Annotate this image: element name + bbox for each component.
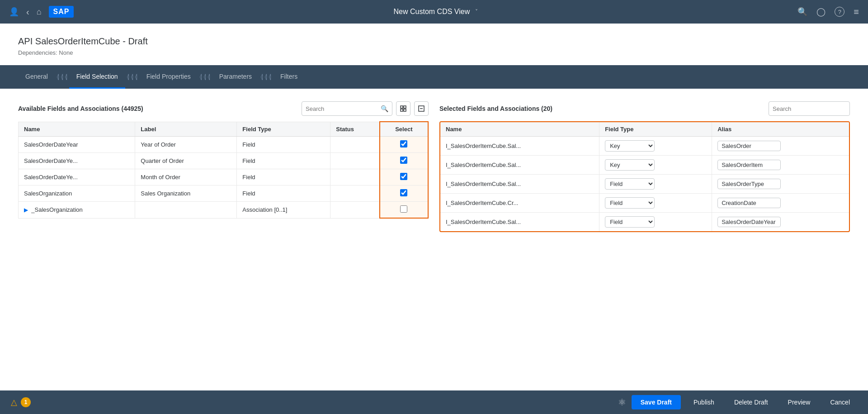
top-nav-right: 🔍 ◯ ? ≡ — [797, 7, 859, 17]
right-col-header-name: Name — [440, 122, 599, 137]
selected-table-row: I_SalesOrderItemCube.Sal...KeyFieldAssoc… — [440, 213, 849, 232]
tab-sep-1: ⦉⦉⦉ — [56, 72, 68, 82]
available-row-field-type: Field — [237, 169, 330, 186]
available-row-select-cell — [380, 137, 428, 153]
right-col-header-alias: Alias — [712, 122, 849, 137]
tab-field-selection[interactable]: Field Selection — [69, 65, 125, 89]
tab-general[interactable]: General — [18, 65, 55, 89]
available-row-name: SalesOrganization — [19, 186, 135, 202]
ring-icon[interactable]: ◯ — [816, 7, 826, 17]
svg-rect-1 — [404, 106, 406, 108]
available-row-select-cell — [380, 169, 428, 186]
available-row-name: ▶ _SalesOrganization — [19, 202, 135, 219]
svg-rect-2 — [401, 109, 403, 111]
tab-filters[interactable]: Filters — [273, 65, 305, 89]
selected-table-row: I_SalesOrderItemCube.Sal...KeyFieldAssoc… — [440, 175, 849, 194]
selected-row-field-type: KeyFieldAssociation — [599, 175, 712, 194]
left-panel-controls: 🔍 — [302, 101, 429, 116]
right-panel: Selected Fields and Associations (20) Na… — [439, 101, 850, 232]
alias-input-field[interactable] — [717, 217, 781, 227]
field-type-dropdown[interactable]: KeyFieldAssociation — [605, 216, 655, 228]
left-panel-header: Available Fields and Associations (44925… — [18, 101, 429, 116]
selected-row-field-type: KeyFieldAssociation — [599, 213, 712, 232]
available-row-name: SalesOrderDateYe... — [19, 169, 135, 186]
sap-logo: SAP — [49, 6, 74, 18]
tab-parameters[interactable]: Parameters — [212, 65, 259, 89]
available-row-checkbox[interactable] — [400, 173, 407, 180]
right-panel-header: Selected Fields and Associations (20) — [439, 101, 850, 116]
title-chevron-icon[interactable]: ˅ — [475, 9, 478, 15]
available-row-checkbox[interactable] — [400, 157, 407, 164]
tab-field-properties[interactable]: Field Properties — [139, 65, 198, 89]
selected-row-field-type: KeyFieldAssociation — [599, 137, 712, 156]
right-panel-title: Selected Fields and Associations (20) — [439, 105, 552, 112]
available-search-icon[interactable]: 🔍 — [381, 105, 388, 112]
help-icon[interactable]: ? — [835, 7, 844, 17]
selected-row-alias — [712, 213, 849, 232]
available-table-row: SalesOrderDateYe...Month of OrderField — [19, 169, 429, 186]
available-row-checkbox[interactable] — [400, 140, 407, 148]
right-col-header-field-type: Field Type — [599, 122, 712, 137]
field-type-dropdown[interactable]: KeyFieldAssociation — [605, 159, 655, 171]
selected-row-alias — [712, 175, 849, 194]
available-row-select-cell — [380, 202, 428, 219]
user-icon[interactable]: 👤 — [9, 7, 19, 17]
main-content: Available Fields and Associations (44925… — [0, 89, 868, 245]
selected-row-alias — [712, 156, 849, 175]
field-type-dropdown[interactable]: KeyFieldAssociation — [605, 197, 655, 209]
available-row-status — [330, 137, 380, 153]
selected-fields-table: Name Field Type Alias I_SalesOrderItemCu… — [440, 122, 849, 231]
available-table-row: SalesOrderDateYe...Quarter of OrderField — [19, 153, 429, 169]
available-search-box[interactable]: 🔍 — [302, 101, 392, 116]
selected-row-name: I_SalesOrderItemCube.Cr... — [440, 194, 599, 213]
alias-input-field[interactable] — [717, 198, 781, 208]
available-table-row: SalesOrderDateYearYear of OrderField — [19, 137, 429, 153]
available-row-name: SalesOrderDateYear — [19, 137, 135, 153]
expand-all-button[interactable] — [396, 101, 410, 116]
page-content: API SalesOrderItemCube - Draft Dependenc… — [0, 24, 868, 390]
available-row-checkbox[interactable] — [400, 205, 407, 213]
alias-input-field[interactable] — [717, 141, 781, 151]
selected-row-name: I_SalesOrderItemCube.Sal... — [440, 213, 599, 232]
selected-row-name: I_SalesOrderItemCube.Sal... — [440, 156, 599, 175]
available-row-select-cell — [380, 153, 428, 169]
available-row-label: Sales Organization — [135, 186, 237, 202]
available-row-label: Month of Order — [135, 169, 237, 186]
field-type-dropdown[interactable]: KeyFieldAssociation — [605, 178, 655, 190]
collapse-all-button[interactable] — [414, 101, 429, 116]
top-nav-bar: 👤 ‹ ⌂ SAP New Custom CDS View ˅ 🔍 ◯ ? ≡ — [0, 0, 868, 24]
available-table-row: SalesOrganizationSales OrganizationField — [19, 186, 429, 202]
selected-search-input[interactable] — [769, 101, 850, 116]
available-row-field-type: Field — [237, 137, 330, 153]
col-header-select: Select — [380, 122, 428, 137]
top-nav-left: 👤 ‹ ⌂ SAP — [9, 6, 74, 18]
selected-row-name: I_SalesOrderItemCube.Sal... — [440, 137, 599, 156]
available-row-field-type: Field — [237, 153, 330, 169]
alias-input-field[interactable] — [717, 160, 781, 170]
top-nav-center: New Custom CDS View ˅ — [394, 8, 478, 16]
page-header: API SalesOrderItemCube - Draft Dependenc… — [0, 24, 868, 65]
right-panel-inner: Name Field Type Alias I_SalesOrderItemCu… — [439, 121, 850, 232]
back-icon[interactable]: ‹ — [26, 7, 29, 17]
home-icon[interactable]: ⌂ — [37, 7, 42, 17]
field-type-dropdown[interactable]: KeyFieldAssociation — [605, 140, 655, 152]
selected-row-name: I_SalesOrderItemCube.Sal... — [440, 175, 599, 194]
menu-icon[interactable]: ≡ — [854, 7, 859, 17]
tab-sep-3: ⦉⦉⦉ — [199, 72, 211, 82]
selected-table-row: I_SalesOrderItemCube.Sal...KeyFieldAssoc… — [440, 156, 849, 175]
col-header-status: Status — [330, 122, 380, 137]
selected-row-field-type: KeyFieldAssociation — [599, 156, 712, 175]
available-row-status — [330, 186, 380, 202]
available-search-input[interactable] — [306, 105, 378, 112]
selected-row-field-type: KeyFieldAssociation — [599, 194, 712, 213]
expand-row-icon[interactable]: ▶ — [24, 207, 29, 213]
available-row-label: Year of Order — [135, 137, 237, 153]
available-row-checkbox[interactable] — [400, 189, 407, 196]
tab-sep-2: ⦉⦉⦉ — [126, 72, 138, 82]
alias-input-field[interactable] — [717, 179, 781, 189]
search-nav-icon[interactable]: 🔍 — [797, 7, 807, 17]
page-nav-title: New Custom CDS View — [394, 8, 470, 16]
tab-nav: General ⦉⦉⦉ Field Selection ⦉⦉⦉ Field Pr… — [0, 65, 868, 89]
available-table-row: ▶ _SalesOrganizationAssociation [0..1] — [19, 202, 429, 219]
available-row-label — [135, 202, 237, 219]
